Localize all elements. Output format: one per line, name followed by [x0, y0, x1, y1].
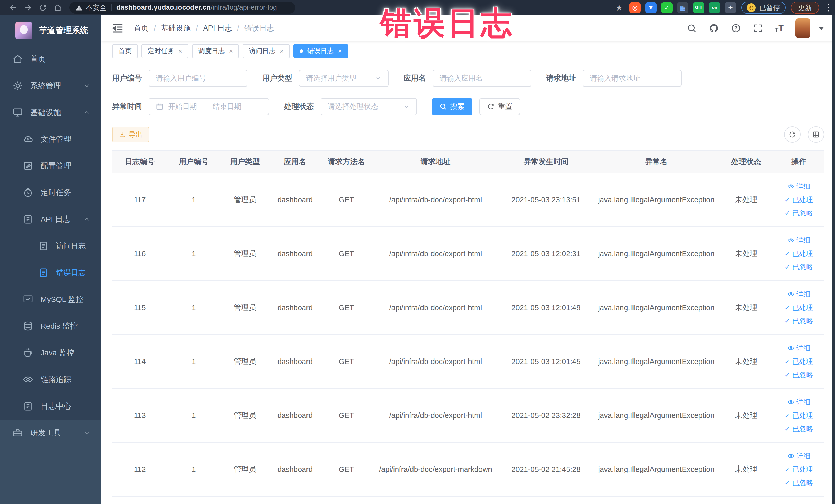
font-size-icon[interactable]: TT	[775, 23, 784, 33]
close-icon[interactable]: ×	[280, 48, 283, 55]
ext-git-icon[interactable]: GIT	[693, 2, 704, 13]
sidebar-item-mysql-monitor[interactable]: MySQL 监控	[0, 286, 101, 313]
check-icon: ✓	[785, 263, 790, 271]
log-doc-icon	[38, 241, 49, 251]
sidebar-item-access-log[interactable]: 访问日志	[0, 233, 101, 259]
sidebar-item-infrastructure[interactable]: 基础设施	[0, 99, 101, 126]
tab-cron-jobs[interactable]: 定时任务×	[141, 44, 188, 58]
mark-processed-link[interactable]: ✓已处理	[785, 195, 813, 204]
mark-processed-link[interactable]: ✓已处理	[785, 303, 813, 312]
sidebar-item-api-log[interactable]: API 日志	[0, 206, 101, 233]
tab-access-log[interactable]: 访问日志×	[243, 44, 289, 58]
export-button[interactable]: 导出	[112, 126, 149, 142]
cell-method: GET	[320, 227, 373, 281]
fullscreen-icon[interactable]	[753, 23, 763, 33]
help-icon[interactable]	[731, 23, 741, 33]
tab-label: 错误日志	[307, 46, 334, 56]
breadcrumb-api-log[interactable]: API 日志	[203, 23, 232, 33]
mark-processed-link[interactable]: ✓已处理	[785, 411, 813, 420]
ext-blue-drop-icon[interactable]: ▼	[645, 2, 657, 13]
ext-green-check-icon[interactable]: ✓	[661, 2, 673, 13]
exception-time-range-picker[interactable]: 开始日期 - 结束日期	[149, 98, 269, 115]
detail-link[interactable]: 详细	[787, 398, 810, 407]
mark-processed-link[interactable]: ✓已处理	[785, 249, 813, 258]
detail-link[interactable]: 详细	[787, 236, 810, 245]
sidebar-item-system-mgmt[interactable]: 系统管理	[0, 73, 101, 99]
action-label: 已处理	[792, 249, 813, 258]
close-icon[interactable]: ×	[229, 48, 233, 55]
tab-home[interactable]: 首页	[112, 44, 138, 58]
cell-url: /api/infra/db-doc/export-html	[373, 388, 498, 442]
address-bar[interactable]: 不安全 dashboard.yudao.iocoder.cn /infra/lo…	[69, 2, 295, 14]
mark-ignored-link[interactable]: ✓已忽略	[785, 262, 813, 271]
log-doc-icon	[38, 267, 49, 278]
sidebar-item-trace[interactable]: 链路追踪	[0, 366, 101, 393]
chevron-down-icon[interactable]	[819, 27, 824, 30]
cell-id: 112	[112, 442, 167, 496]
app-logo[interactable]: 芋道管理系统	[0, 15, 101, 46]
app-name-input[interactable]: 请输入应用名	[432, 70, 531, 87]
mark-ignored-link[interactable]: ✓已忽略	[785, 370, 813, 380]
user-avatar[interactable]	[795, 19, 810, 38]
chevron-up-icon	[83, 108, 90, 116]
ext-grid-icon[interactable]: ▦	[677, 2, 688, 13]
column-header: 用户编号	[167, 151, 220, 173]
cell-app_name: dashboard	[270, 227, 320, 281]
sidebar-item-config-mgmt[interactable]: 配置管理	[0, 153, 101, 179]
detail-link[interactable]: 详细	[787, 289, 810, 299]
home-icon[interactable]	[50, 2, 65, 13]
github-icon[interactable]	[709, 23, 719, 33]
tab-error-log[interactable]: 错误日志×	[293, 44, 348, 58]
briefcase-icon	[12, 427, 23, 438]
sidebar-item-file-mgmt[interactable]: 文件管理	[0, 126, 101, 153]
reload-icon[interactable]	[36, 2, 50, 13]
tab-job-log[interactable]: 调度日志×	[192, 44, 239, 58]
paused-badge[interactable]: ☺ 已暂停	[741, 2, 786, 14]
sidebar-item-redis-monitor[interactable]: Redis 监控	[0, 313, 101, 339]
user-id-input[interactable]: 请输入用户编号	[149, 70, 247, 87]
mark-ignored-link[interactable]: ✓已忽略	[785, 478, 813, 487]
user-type-select[interactable]: 请选择用户类型	[299, 70, 389, 87]
reset-button[interactable]: 重置	[480, 98, 520, 115]
cell-exception: java.lang.IllegalArgumentException	[593, 388, 719, 442]
mark-ignored-link[interactable]: ✓已忽略	[785, 424, 813, 434]
column-settings-button[interactable]	[808, 126, 824, 143]
sidebar-item-dev-tools[interactable]: 研发工具	[0, 420, 101, 446]
export-button-label: 导出	[128, 130, 142, 139]
breadcrumb-home[interactable]: 首页	[134, 23, 149, 33]
end-date-placeholder: 结束日期	[212, 102, 241, 112]
sidebar-item-log-center[interactable]: 日志中心	[0, 393, 101, 420]
close-icon[interactable]: ×	[338, 48, 342, 55]
detail-link[interactable]: 详细	[787, 182, 810, 191]
request-url-input[interactable]: 请输入请求地址	[583, 70, 681, 87]
search-icon[interactable]	[687, 23, 697, 33]
close-icon[interactable]: ×	[178, 48, 182, 55]
mark-ignored-link[interactable]: ✓已忽略	[785, 316, 813, 326]
content: 用户编号 请输入用户编号 用户类型 请选择用户类型 应用名 请输入应用名	[101, 61, 835, 497]
ext-orange-icon[interactable]: ◎	[629, 2, 641, 13]
detail-link[interactable]: 详细	[787, 451, 810, 461]
ext-paw-icon[interactable]: ✦	[725, 2, 736, 13]
process-status-select[interactable]: 请选择处理状态	[321, 98, 417, 115]
mark-processed-link[interactable]: ✓已处理	[785, 357, 813, 366]
browser-menu-icon[interactable]: ⋮	[824, 5, 829, 10]
sidebar-item-home[interactable]: 首页	[0, 46, 101, 73]
sidebar-item-scheduled-jobs[interactable]: 定时任务	[0, 179, 101, 206]
back-icon[interactable]	[6, 2, 21, 13]
hamburger-icon[interactable]	[112, 23, 123, 33]
ext-on-badge-icon[interactable]: on	[709, 2, 720, 13]
refresh-table-button[interactable]	[784, 126, 801, 143]
sidebar-item-error-log[interactable]: 错误日志	[0, 259, 101, 286]
mark-ignored-link[interactable]: ✓已忽略	[785, 208, 813, 218]
sidebar: 芋道管理系统 首页系统管理基础设施文件管理配置管理定时任务API 日志访问日志错…	[0, 15, 101, 504]
sidebar-item-label: 基础设施	[30, 107, 61, 118]
sidebar-item-java-monitor[interactable]: Java 监控	[0, 339, 101, 366]
bookmark-star-icon[interactable]: ★	[613, 2, 625, 13]
mark-processed-link[interactable]: ✓已处理	[785, 465, 813, 474]
search-button[interactable]: 搜索	[432, 98, 472, 115]
update-button[interactable]: 更新	[791, 2, 819, 14]
detail-link[interactable]: 详细	[787, 344, 810, 353]
window-scrollbar[interactable]	[832, 15, 835, 504]
forward-icon[interactable]	[21, 2, 36, 13]
breadcrumb-infrastructure[interactable]: 基础设施	[161, 23, 191, 33]
